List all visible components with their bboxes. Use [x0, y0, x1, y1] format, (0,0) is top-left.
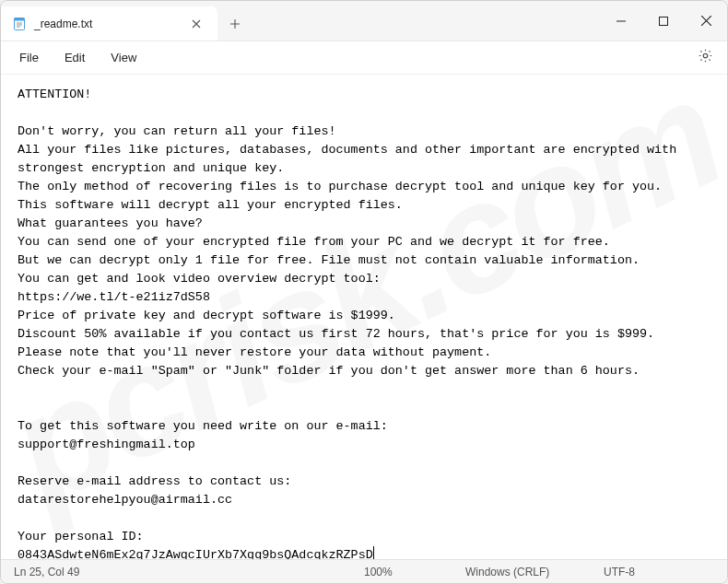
active-tab[interactable]: _readme.txt — [1, 6, 217, 41]
settings-button[interactable] — [690, 43, 720, 73]
document-text: ATTENTION! Don't worry, you can return a… — [18, 88, 684, 559]
svg-rect-5 — [660, 17, 668, 25]
status-encoding: UTF-8 — [591, 566, 727, 578]
status-cursor-position: Ln 25, Col 49 — [1, 566, 351, 578]
gear-icon — [698, 48, 713, 67]
status-line-ending: Windows (CRLF) — [452, 566, 591, 578]
menu-view[interactable]: View — [100, 47, 147, 68]
maximize-button[interactable] — [642, 1, 685, 41]
minimize-button[interactable] — [600, 1, 642, 41]
svg-point-6 — [703, 53, 708, 58]
statusbar: Ln 25, Col 49 100% Windows (CRLF) UTF-8 — [1, 559, 727, 583]
menu-file[interactable]: File — [8, 47, 50, 68]
menubar: File Edit View — [1, 41, 727, 75]
notepad-window: _readme.txt File Edit View — [0, 0, 728, 584]
new-tab-button[interactable] — [217, 6, 252, 41]
close-tab-button[interactable] — [185, 13, 207, 35]
titlebar: _readme.txt — [1, 1, 727, 41]
svg-rect-1 — [15, 18, 25, 20]
notepad-icon — [12, 17, 27, 31]
text-editor-area[interactable]: ATTENTION! Don't worry, you can return a… — [1, 75, 727, 559]
text-caret — [373, 546, 374, 559]
close-window-button[interactable] — [685, 1, 727, 41]
titlebar-drag-area[interactable] — [252, 1, 600, 41]
tab-title: _readme.txt — [34, 18, 178, 30]
status-zoom[interactable]: 100% — [351, 566, 452, 578]
menu-edit[interactable]: Edit — [53, 47, 96, 68]
window-controls — [600, 1, 727, 41]
